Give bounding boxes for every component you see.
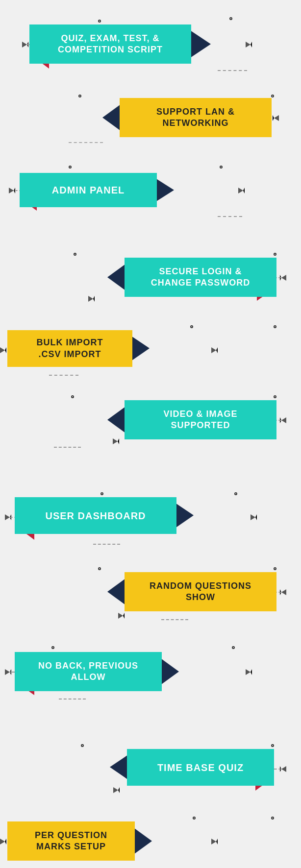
deco-dot — [232, 646, 235, 649]
deco-dot — [271, 744, 274, 747]
deco-dot — [71, 395, 74, 398]
feature-user: USER DASHBOARD — [0, 490, 301, 554]
deco-dot — [271, 817, 274, 820]
deco-triangle — [5, 669, 11, 675]
feature-banner: QUIZ, EXAM, TEST, & COMPETITION SCRIPT — [29, 24, 191, 64]
deco-line — [161, 619, 188, 620]
feature-noback: NO BACK, PREVIOUS ALLOW — [0, 642, 301, 708]
deco-line — [59, 699, 86, 699]
feature-label: USER DASHBOARD — [45, 509, 146, 522]
deco-dot — [51, 646, 54, 649]
feature-banner: VIDEO & IMAGE SUPPORTED — [125, 400, 276, 439]
feature-bulk: BULK IMPORT .CSV IMPORT — [0, 325, 301, 382]
feature-marks: PER QUESTION MARKS SETUP — [0, 817, 301, 868]
deco-dot — [220, 166, 223, 169]
deco-dot — [74, 253, 76, 256]
deco-line — [93, 544, 120, 545]
feature-time: TIME BASE QUIZ — [0, 742, 301, 805]
deco-dot — [271, 95, 274, 97]
deco-triangle — [273, 115, 279, 121]
feature-banner: USER DASHBOARD — [15, 497, 176, 534]
deco-line — [69, 142, 103, 143]
deco-triangle — [113, 787, 120, 793]
deco-triangle — [0, 839, 6, 844]
deco-triangle — [280, 417, 286, 423]
feature-label: RANDOM QUESTIONS SHOW — [150, 580, 251, 603]
deco-line — [218, 70, 247, 71]
feature-admin: ADMIN PANEL — [0, 163, 301, 227]
feature-banner: TIME BASE QUIZ — [127, 749, 274, 786]
feature-label: BULK IMPORT .CSV IMPORT — [37, 337, 103, 360]
feature-label: NO BACK, PREVIOUS ALLOW — [38, 660, 138, 683]
feature-label: QUIZ, EXAM, TEST, & COMPETITION SCRIPT — [58, 33, 163, 56]
deco-dot — [98, 20, 101, 23]
deco-triangle — [280, 766, 286, 772]
deco-dot — [274, 567, 276, 570]
feature-secure: SECURE LOGIN & CHANGE PASSWORD — [0, 250, 301, 314]
deco-line — [274, 769, 281, 770]
deco-triangle — [22, 42, 28, 48]
feature-lan: SUPPORT LAN & NETWORKING — [0, 91, 301, 149]
deco-dot — [234, 492, 237, 495]
deco-dot — [274, 325, 276, 328]
feature-banner: ADMIN PANEL — [20, 173, 157, 207]
deco-triangle — [9, 188, 15, 193]
deco-dot — [69, 166, 72, 169]
deco-dot — [274, 395, 276, 398]
page-wrapper: QUIZ, EXAM, TEST, & COMPETITION SCRIPT S… — [0, 0, 301, 868]
deco-triangle — [113, 438, 119, 444]
feature-video: VIDEO & IMAGE SUPPORTED — [0, 393, 301, 457]
deco-dot — [81, 744, 84, 747]
feature-label: TIME BASE QUIZ — [157, 761, 244, 774]
feature-banner: SECURE LOGIN & CHANGE PASSWORD — [125, 258, 276, 297]
feature-banner: RANDOM QUESTIONS SHOW — [125, 572, 276, 611]
deco-line — [218, 216, 242, 217]
feature-banner: SUPPORT LAN & NETWORKING — [120, 98, 272, 137]
feature-banner: NO BACK, PREVIOUS ALLOW — [15, 652, 162, 691]
feature-banner: PER QUESTION MARKS SETUP — [7, 821, 135, 861]
deco-triangle — [251, 514, 257, 520]
deco-triangle — [280, 589, 286, 595]
deco-triangle — [88, 296, 95, 302]
deco-line — [49, 375, 78, 376]
feature-label: ADMIN PANEL — [52, 184, 125, 196]
feature-label: PER QUESTION MARKS SETUP — [35, 830, 107, 853]
feature-label: VIDEO & IMAGE SUPPORTED — [163, 409, 237, 432]
deco-triangle — [211, 347, 218, 353]
feature-quiz: QUIZ, EXAM, TEST, & COMPETITION SCRIPT — [0, 15, 301, 83]
feature-label: SECURE LOGIN & CHANGE PASSWORD — [151, 266, 251, 289]
deco-triangle — [246, 669, 252, 675]
deco-line — [54, 447, 81, 448]
deco-dot — [193, 817, 196, 820]
deco-dot — [100, 492, 103, 495]
feature-banner: BULK IMPORT .CSV IMPORT — [7, 330, 132, 367]
deco-dot — [274, 253, 276, 256]
deco-triangle — [246, 42, 252, 48]
deco-dot — [78, 95, 81, 97]
deco-triangle — [5, 514, 11, 520]
deco-dot — [229, 17, 232, 20]
deco-triangle — [0, 347, 6, 353]
deco-triangle — [238, 188, 245, 193]
deco-dot — [98, 567, 101, 570]
deco-dot — [190, 325, 193, 328]
feature-label: SUPPORT LAN & NETWORKING — [156, 106, 235, 129]
deco-triangle — [118, 613, 125, 619]
deco-triangle — [280, 275, 286, 281]
deco-triangle — [211, 839, 218, 844]
feature-random: RANDOM QUESTIONS SHOW — [0, 567, 301, 626]
